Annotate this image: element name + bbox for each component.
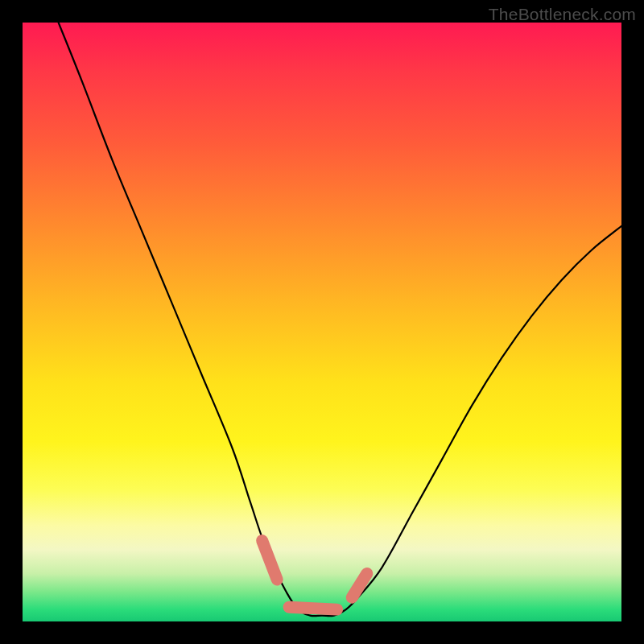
bottleneck-curve <box>23 23 621 621</box>
watermark-text: TheBottleneck.com <box>489 5 636 24</box>
sausage-marker <box>262 541 278 580</box>
chart-frame: TheBottleneck.com <box>0 0 644 644</box>
sausage-marker <box>352 573 367 597</box>
sausage-marker <box>289 607 337 609</box>
plot-area <box>23 23 621 621</box>
